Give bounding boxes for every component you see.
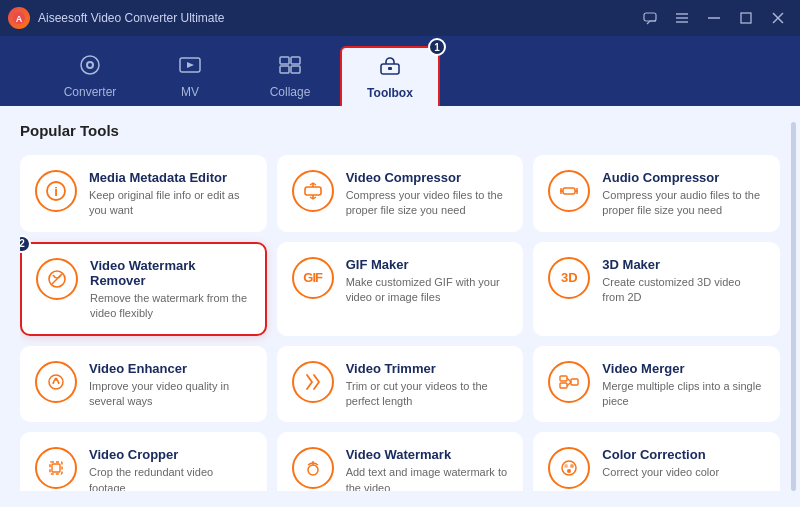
video-watermark-name: Video Watermark (346, 447, 509, 462)
chat-button[interactable] (636, 8, 664, 28)
svg-point-12 (88, 63, 92, 67)
tool-card-video-trimmer[interactable]: Video Trimmer Trim or cut your videos to… (277, 346, 524, 423)
media-metadata-desc: Keep original file info or edit as you w… (89, 188, 252, 219)
watermark-remover-desc: Remove the watermark from the video flex… (90, 291, 251, 322)
converter-label: Converter (64, 85, 117, 99)
tool-card-video-merger[interactable]: Video Merger Merge multiple clips into a… (533, 346, 780, 423)
svg-rect-40 (52, 464, 60, 472)
video-compressor-desc: Compress your video files to the proper … (346, 188, 509, 219)
svg-point-33 (55, 377, 58, 380)
maximize-button[interactable] (732, 8, 760, 28)
audio-compressor-name: Audio Compressor (602, 170, 765, 185)
svg-point-46 (567, 469, 571, 473)
svg-rect-16 (280, 66, 289, 73)
video-merger-name: Video Merger (602, 361, 765, 376)
video-compressor-name: Video Compressor (346, 170, 509, 185)
svg-rect-2 (644, 13, 656, 21)
media-metadata-name: Media Metadata Editor (89, 170, 252, 185)
video-enhancer-text: Video Enhancer Improve your video qualit… (89, 361, 252, 410)
app-title: Aiseesoft Video Converter Ultimate (38, 11, 225, 25)
watermark-remover-text: Video Watermark Remover Remove the water… (90, 258, 251, 322)
tool-card-video-enhancer[interactable]: Video Enhancer Improve your video qualit… (20, 346, 267, 423)
3d-maker-text: 3D Maker Create customized 3D video from… (602, 257, 765, 306)
collage-icon (278, 54, 302, 81)
svg-rect-35 (560, 383, 567, 388)
tool-card-gif-maker[interactable]: GIF GIF Maker Make customized GIF with y… (277, 242, 524, 336)
video-cropper-name: Video Cropper (89, 447, 252, 462)
video-enhancer-icon (35, 361, 77, 403)
color-correction-desc: Correct your video color (602, 465, 765, 480)
video-cropper-desc: Crop the redundant video footage (89, 465, 252, 491)
menu-button[interactable] (668, 8, 696, 28)
close-button[interactable] (764, 8, 792, 28)
video-compressor-text: Video Compressor Compress your video fil… (346, 170, 509, 219)
svg-rect-17 (291, 66, 300, 73)
svg-text:A: A (16, 14, 23, 24)
video-merger-desc: Merge multiple clips into a single piece (602, 379, 765, 410)
svg-rect-22 (305, 187, 321, 195)
tab-toolbox[interactable]: 1 Toolbox (340, 46, 440, 106)
tab-collage[interactable]: Collage (240, 46, 340, 106)
svg-rect-36 (571, 379, 578, 385)
video-enhancer-name: Video Enhancer (89, 361, 252, 376)
color-correction-text: Color Correction Correct your video colo… (602, 447, 765, 480)
svg-point-32 (49, 375, 63, 389)
tool-card-video-watermark[interactable]: Video Watermark Add text and image water… (277, 432, 524, 491)
tool-card-media-metadata-editor[interactable]: i Media Metadata Editor Keep original fi… (20, 155, 267, 232)
tool-card-audio-compressor[interactable]: Audio Compressor Compress your audio fil… (533, 155, 780, 232)
converter-icon (78, 54, 102, 81)
svg-point-45 (570, 464, 574, 468)
svg-rect-34 (560, 376, 567, 381)
video-cropper-text: Video Cropper Crop the redundant video f… (89, 447, 252, 491)
video-watermark-text: Video Watermark Add text and image water… (346, 447, 509, 491)
video-enhancer-desc: Improve your video quality in several wa… (89, 379, 252, 410)
app-logo: A (8, 7, 30, 29)
svg-rect-15 (291, 57, 300, 64)
tool-card-video-cropper[interactable]: Video Cropper Crop the redundant video f… (20, 432, 267, 491)
minimize-button[interactable] (700, 8, 728, 28)
media-metadata-text: Media Metadata Editor Keep original file… (89, 170, 252, 219)
nav-bar: Converter MV Collage 1 Toolbox (0, 36, 800, 106)
video-merger-text: Video Merger Merge multiple clips into a… (602, 361, 765, 410)
toolbox-icon (378, 55, 402, 82)
svg-rect-25 (563, 188, 575, 194)
mv-icon (178, 54, 202, 81)
gif-maker-name: GIF Maker (346, 257, 509, 272)
3d-maker-name: 3D Maker (602, 257, 765, 272)
svg-rect-14 (280, 57, 289, 64)
video-watermark-desc: Add text and image watermark to the vide… (346, 465, 509, 491)
video-compressor-icon (292, 170, 334, 212)
toolbox-label: Toolbox (367, 86, 413, 100)
video-merger-icon (548, 361, 590, 403)
tool-card-3d-maker[interactable]: 3D 3D Maker Create customized 3D video f… (533, 242, 780, 336)
audio-compressor-icon (548, 170, 590, 212)
video-trimmer-text: Video Trimmer Trim or cut your videos to… (346, 361, 509, 410)
color-correction-icon (548, 447, 590, 489)
audio-compressor-desc: Compress your audio files to the proper … (602, 188, 765, 219)
toolbox-badge: 1 (428, 38, 446, 56)
color-correction-name: Color Correction (602, 447, 765, 462)
collage-label: Collage (270, 85, 311, 99)
video-trimmer-icon (292, 361, 334, 403)
3d-maker-desc: Create customized 3D video from 2D (602, 275, 765, 306)
tools-grid: i Media Metadata Editor Keep original fi… (20, 155, 780, 491)
gif-maker-desc: Make customized GIF with your video or i… (346, 275, 509, 306)
tool-card-video-compressor[interactable]: Video Compressor Compress your video fil… (277, 155, 524, 232)
svg-text:i: i (54, 184, 58, 199)
section-title: Popular Tools (20, 122, 780, 139)
gif-maker-text: GIF Maker Make customized GIF with your … (346, 257, 509, 306)
3d-maker-icon: 3D (548, 257, 590, 299)
main-content: Popular Tools i Media Metadata Editor Ke… (0, 106, 800, 507)
title-bar-controls (636, 8, 792, 28)
title-bar: A Aiseesoft Video Converter Ultimate (0, 0, 800, 36)
tab-mv[interactable]: MV (140, 46, 240, 106)
tool-card-color-correction[interactable]: Color Correction Correct your video colo… (533, 432, 780, 491)
svg-rect-19 (388, 67, 392, 70)
svg-point-44 (564, 464, 568, 468)
video-trimmer-desc: Trim or cut your videos to the perfect l… (346, 379, 509, 410)
tool-card-video-watermark-remover[interactable]: 2 Video Watermark Remover Remove the wat… (20, 242, 267, 336)
mv-label: MV (181, 85, 199, 99)
watermark-remover-badge: 2 (20, 235, 31, 253)
tab-converter[interactable]: Converter (40, 46, 140, 106)
watermark-remove-icon (36, 258, 78, 300)
